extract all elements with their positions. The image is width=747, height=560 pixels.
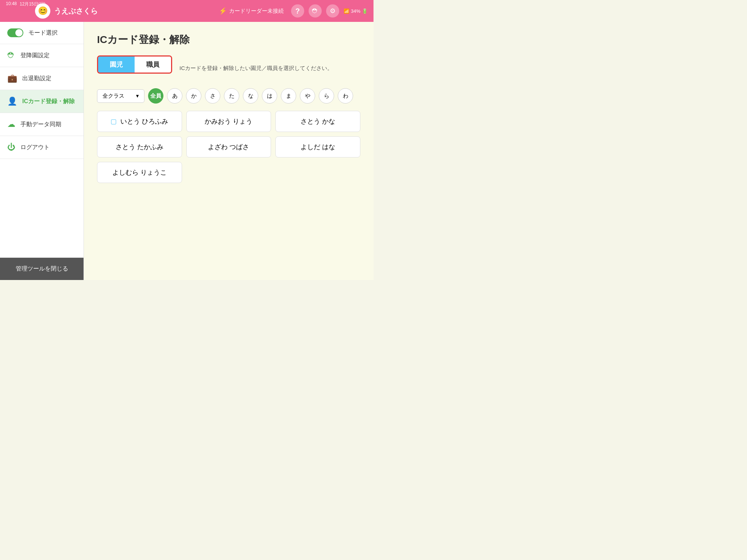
person-name-2: さとう かな bbox=[301, 117, 335, 126]
page-title: ICカード登録・解除 bbox=[97, 33, 360, 47]
person-name-4: よざわ つばさ bbox=[208, 143, 249, 151]
header-time: 10:48 bbox=[6, 1, 17, 7]
battery-info: 📶 34% 🔋 bbox=[344, 8, 368, 14]
filter-row: 全クラス ▾ 全員 あ か さ た な は ま や ら わ bbox=[97, 88, 360, 104]
sidebar-item-worktime[interactable]: 💼 出退勤設定 bbox=[0, 67, 84, 90]
sidebar-item-sync[interactable]: ☁ 手動データ同期 bbox=[0, 113, 84, 136]
sidebar-footer: 管理ツールを閉じる bbox=[0, 257, 84, 280]
person-btn-2[interactable]: さとう かな bbox=[275, 111, 360, 132]
sidebar-item-sync-label: 手動データ同期 bbox=[20, 121, 61, 128]
person-name-5: よしだ はな bbox=[301, 143, 335, 151]
person-name-6: よしむら りょうこ bbox=[112, 168, 167, 177]
person-name-3: さとう たかふみ bbox=[116, 143, 163, 151]
persons-grid: ▢ いとう ひろふみ かみおう りょう さとう かな さとう たかふみ よざわ … bbox=[97, 111, 360, 183]
cloud-up-icon: ☁ bbox=[7, 120, 15, 129]
person-btn-1[interactable]: かみおう りょう bbox=[186, 111, 271, 132]
class-filter-label: 全クラス bbox=[102, 93, 124, 100]
header-right: ⚡ カードリーダー未接続 ? ⛑ ⚙ 📶 34% 🔋 bbox=[219, 4, 368, 18]
app-logo: 😊 bbox=[35, 3, 50, 19]
kana-filter-ma[interactable]: ま bbox=[281, 88, 296, 104]
kana-filter-sa[interactable]: さ bbox=[205, 88, 220, 104]
card-registered-icon: ▢ bbox=[111, 117, 117, 125]
sidebar-item-logout[interactable]: ⏻ ログアウト bbox=[0, 136, 84, 159]
sidebar-item-attendance[interactable]: ⛑ 登降園設定 bbox=[0, 44, 84, 67]
sidebar-item-logout-label: ログアウト bbox=[20, 144, 50, 151]
briefcase-icon: 💼 bbox=[7, 74, 17, 83]
kana-filter-a[interactable]: あ bbox=[167, 88, 182, 104]
person-btn-3[interactable]: さとう たかふみ bbox=[97, 136, 182, 158]
class-filter-dropdown[interactable]: 全クラス ▾ bbox=[97, 89, 144, 103]
person-btn-4[interactable]: よざわ つばさ bbox=[186, 136, 271, 158]
app-header: 10:48 12月15日(日) 😊 うえぶさくら ⚡ カードリーダー未接続 ? … bbox=[0, 0, 374, 22]
kana-filter-ka[interactable]: か bbox=[186, 88, 201, 104]
mode-toggle[interactable] bbox=[7, 28, 23, 37]
sidebar-item-mode-label: モード選択 bbox=[28, 29, 58, 37]
main-layout: モード選択 ⛑ 登降園設定 💼 出退勤設定 👤 ICカード登録・解除 ☁ 手動デ… bbox=[0, 22, 374, 280]
battery-level: 34% bbox=[351, 8, 360, 14]
tab-staff[interactable]: 職員 bbox=[135, 57, 171, 73]
sidebar-item-attendance-label: 登降園設定 bbox=[20, 52, 50, 59]
kana-filter-na[interactable]: な bbox=[243, 88, 258, 104]
tab-child[interactable]: 園児 bbox=[98, 57, 135, 73]
sidebar-item-ic-card-label: ICカード登録・解除 bbox=[22, 98, 75, 105]
user-icon[interactable]: ⛑ bbox=[309, 4, 322, 18]
kana-filter-all[interactable]: 全員 bbox=[148, 88, 163, 104]
help-button[interactable]: ? bbox=[291, 4, 304, 18]
kana-filter-wa[interactable]: わ bbox=[338, 88, 353, 104]
tab-selector: 園児 職員 bbox=[97, 55, 172, 74]
header-icons: ? ⛑ ⚙ 📶 34% 🔋 bbox=[291, 4, 368, 18]
card-icon: 👤 bbox=[7, 97, 17, 106]
sidebar-item-worktime-label: 出退勤設定 bbox=[22, 75, 51, 82]
instructions-text: ICカードを登録・解除したい園児／職員を選択してください。 bbox=[179, 65, 333, 72]
sidebar: モード選択 ⛑ 登降園設定 💼 出退勤設定 👤 ICカード登録・解除 ☁ 手動デ… bbox=[0, 22, 84, 280]
person-btn-6[interactable]: よしむら りょうこ bbox=[97, 162, 182, 183]
settings-icon[interactable]: ⚙ bbox=[326, 4, 339, 18]
kana-filter-ha[interactable]: は bbox=[262, 88, 277, 104]
kana-filter-ra[interactable]: ら bbox=[319, 88, 334, 104]
helmet-icon: ⛑ bbox=[7, 51, 15, 60]
sidebar-item-mode[interactable]: モード選択 bbox=[0, 22, 84, 44]
tab-instruction-row: 園児 職員 ICカードを登録・解除したい園児／職員を選択してください。 bbox=[97, 55, 360, 81]
content-area: ICカード登録・解除 園児 職員 ICカードを登録・解除したい園児／職員を選択し… bbox=[84, 22, 374, 280]
person-btn-0[interactable]: ▢ いとう ひろふみ bbox=[97, 111, 182, 132]
person-name-0: いとう ひろふみ bbox=[120, 117, 168, 126]
close-management-button[interactable]: 管理ツールを閉じる bbox=[0, 258, 84, 280]
power-icon: ⏻ bbox=[7, 143, 15, 152]
bluetooth-status: ⚡ カードリーダー未接続 bbox=[219, 7, 284, 15]
kana-filter-ya[interactable]: や bbox=[300, 88, 315, 104]
person-name-1: かみおう りょう bbox=[205, 117, 252, 126]
battery-icon: 🔋 bbox=[362, 8, 368, 14]
kana-filter-ta[interactable]: た bbox=[224, 88, 239, 104]
app-name: うえぶさくら bbox=[54, 6, 98, 16]
chevron-down-icon: ▾ bbox=[136, 93, 139, 99]
sidebar-item-ic-card[interactable]: 👤 ICカード登録・解除 bbox=[0, 90, 84, 113]
bluetooth-icon: ⚡ bbox=[219, 7, 227, 15]
person-btn-5[interactable]: よしだ はな bbox=[275, 136, 360, 158]
wifi-icon: 📶 bbox=[344, 8, 349, 14]
